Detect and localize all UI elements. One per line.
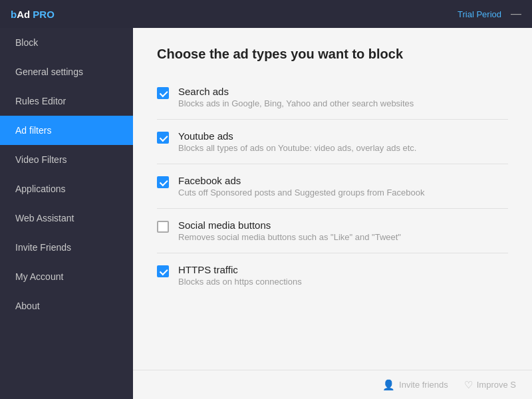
- filter-item-social-media-buttons: Social media buttonsRemoves social media…: [157, 209, 508, 253]
- checkbox-inner-facebook-ads[interactable]: [157, 176, 169, 188]
- sidebar-item-web-assistant[interactable]: Web Assistant: [0, 203, 133, 233]
- content-area: Choose the ad types you want to block Se…: [133, 28, 532, 399]
- footer-bar: 👤 Invite friends ♡ Improve S: [133, 370, 532, 399]
- filter-title-https-traffic: HTTPS traffic: [178, 264, 302, 275]
- sidebar-item-invite-friends[interactable]: Invite Friends: [0, 233, 133, 262]
- checkbox-youtube-ads[interactable]: [157, 132, 169, 144]
- page-heading: Choose the ad types you want to block: [157, 47, 508, 62]
- sidebar-item-about[interactable]: About: [0, 291, 133, 321]
- sidebar-item-rules-editor[interactable]: Rules Editor: [0, 86, 133, 116]
- improve-label: Improve S: [477, 380, 516, 390]
- minimize-button[interactable]: —: [511, 8, 521, 20]
- sidebar-item-applications[interactable]: Applications: [0, 174, 133, 203]
- filter-item-facebook-ads: Facebook adsCuts off Sponsored posts and…: [157, 164, 508, 209]
- sidebar-item-block[interactable]: Block: [0, 28, 133, 57]
- filter-text-youtube-ads: Youtube adsBlocks all types of ads on Yo…: [178, 130, 416, 153]
- filter-title-social-media-buttons: Social media buttons: [178, 219, 401, 231]
- filters-list: Search adsBlocks ads in Google, Bing, Ya…: [157, 75, 508, 297]
- logo-brand: Ad: [17, 9, 30, 20]
- logo-pro: PRO: [30, 9, 55, 20]
- checkbox-facebook-ads[interactable]: [157, 176, 169, 188]
- checkbox-inner-https-traffic[interactable]: [157, 265, 169, 277]
- filter-desc-facebook-ads: Cuts off Sponsored posts and Suggested g…: [178, 188, 425, 198]
- checkbox-search-ads[interactable]: [157, 87, 169, 99]
- filter-desc-youtube-ads: Blocks all types of ads on Youtube: vide…: [178, 143, 416, 153]
- filter-desc-https-traffic: Blocks ads on https connections: [178, 277, 302, 287]
- sidebar-item-general-settings[interactable]: General settings: [0, 57, 133, 86]
- topbar: bAd PRO Trial Period —: [0, 0, 532, 28]
- filter-text-facebook-ads: Facebook adsCuts off Sponsored posts and…: [178, 175, 425, 198]
- filter-item-search-ads: Search adsBlocks ads in Google, Bing, Ya…: [157, 75, 508, 120]
- filter-title-search-ads: Search ads: [178, 86, 414, 97]
- filter-item-https-traffic: HTTPS trafficBlocks ads on https connect…: [157, 253, 508, 297]
- checkbox-social-media-buttons[interactable]: [157, 221, 169, 233]
- improve-button[interactable]: ♡ Improve S: [464, 379, 516, 391]
- content-inner: Choose the ad types you want to block Se…: [133, 28, 532, 370]
- filter-item-youtube-ads: Youtube adsBlocks all types of ads on Yo…: [157, 120, 508, 164]
- main-layout: BlockGeneral settingsRules EditorAd filt…: [0, 28, 532, 399]
- sidebar-item-ad-filters[interactable]: Ad filters: [0, 116, 133, 145]
- filter-text-https-traffic: HTTPS trafficBlocks ads on https connect…: [178, 264, 302, 287]
- invite-icon: 👤: [382, 379, 395, 391]
- filter-text-search-ads: Search adsBlocks ads in Google, Bing, Ya…: [178, 86, 414, 108]
- logo-prefix: b: [11, 9, 17, 20]
- filter-text-social-media-buttons: Social media buttonsRemoves social media…: [178, 219, 401, 242]
- filter-desc-search-ads: Blocks ads in Google, Bing, Yahoo and ot…: [178, 98, 414, 108]
- filter-desc-social-media-buttons: Removes social media buttons such as "Li…: [178, 232, 401, 242]
- trial-label: Trial Period: [458, 9, 501, 19]
- checkbox-inner-youtube-ads[interactable]: [157, 132, 169, 144]
- checkbox-inner-social-media-buttons[interactable]: [157, 221, 169, 233]
- invite-label: Invite friends: [399, 380, 448, 390]
- checkbox-https-traffic[interactable]: [157, 265, 169, 277]
- sidebar-item-my-account[interactable]: My Account: [0, 262, 133, 291]
- invite-friends-button[interactable]: 👤 Invite friends: [382, 379, 448, 391]
- sidebar: BlockGeneral settingsRules EditorAd filt…: [0, 28, 133, 399]
- topbar-right: Trial Period —: [458, 8, 521, 20]
- filter-title-facebook-ads: Facebook ads: [178, 175, 425, 186]
- checkbox-inner-search-ads[interactable]: [157, 87, 169, 99]
- app-logo: bAd PRO: [11, 9, 55, 20]
- improve-icon: ♡: [464, 379, 473, 391]
- filter-title-youtube-ads: Youtube ads: [178, 130, 416, 142]
- sidebar-item-video-filters[interactable]: Video Filters: [0, 145, 133, 174]
